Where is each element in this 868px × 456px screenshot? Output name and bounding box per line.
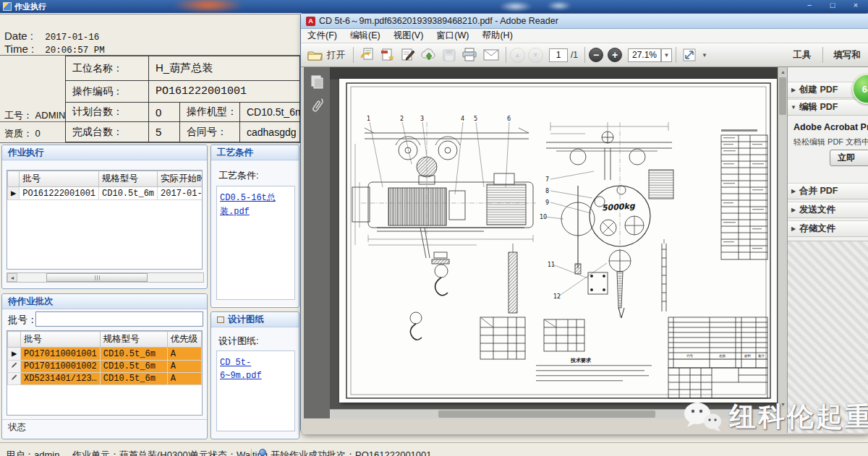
machine-value: CD10.5t_6m: [239, 102, 300, 122]
cell-batch[interactable]: PO161222001001: [20, 187, 99, 200]
status-unit-state: 单元状态：Waiting: [190, 449, 268, 456]
promo-title: Adobe Acrobat Pro: [793, 122, 868, 132]
process-label: 工艺条件:: [218, 169, 259, 182]
zoom-dropdown-icon[interactable]: ▼: [661, 48, 672, 62]
reader-nav-strip: [304, 67, 330, 422]
menu-file[interactable]: 文件(F): [301, 30, 344, 42]
tools-button[interactable]: 工具: [786, 49, 819, 61]
chevron-right-icon: ▶: [788, 87, 799, 93]
page-thumbnails-icon[interactable]: [310, 74, 324, 89]
status-unit: 作业单元：葫芦总装(H0300): [72, 449, 191, 456]
close-icon[interactable]: ×: [849, 1, 862, 9]
next-page-icon: ▼: [528, 48, 543, 63]
rated-load-text: 5000kg: [601, 201, 636, 212]
fill-sign-button[interactable]: 填写和: [827, 49, 868, 61]
reader-title: CD 5t-6～9m.pdf636201939389468210.pdf - A…: [319, 15, 558, 27]
cell-model[interactable]: CD10.5t_6m: [99, 187, 158, 200]
send-files-section[interactable]: ▶ 发送文件: [788, 202, 868, 218]
create-pdf-icon[interactable]: [378, 46, 398, 64]
job-exec-panel-title: 作业执行: [2, 145, 207, 160]
attachments-paperclip-icon[interactable]: [305, 94, 328, 118]
cell-priority[interactable]: A: [167, 373, 201, 385]
pdf-page[interactable]: 1 2 3 4 5 6 7 8 9 10 11 12: [339, 79, 777, 403]
acrobat-promo: Adobe Acrobat Pro 轻松编辑 PDF 文档中的 立即: [788, 115, 868, 183]
doc-vertical-scrollbar[interactable]: ▲ ▼: [778, 67, 787, 409]
cell-model[interactable]: CD10.5t_6m: [100, 348, 167, 361]
drawing-pdf-link[interactable]: CD 5t-6~9m.pdf: [220, 358, 262, 381]
svg-text:10: 10: [540, 214, 547, 220]
process-pdf-link[interactable]: CD0.5-16t总装.pdf: [220, 193, 276, 217]
cell-batch[interactable]: PO170110001001: [21, 348, 101, 361]
menu-edit[interactable]: 编辑(E): [344, 30, 387, 42]
contract-value: cadhasgdg: [239, 121, 300, 142]
zoom-level-value[interactable]: 27.1%: [628, 48, 661, 62]
try-now-button[interactable]: 立即: [830, 150, 868, 166]
brand-watermark: 纽科伦起重: [681, 399, 868, 435]
previous-page-icon: ▲: [510, 48, 525, 63]
brand-name: 纽科伦起重: [729, 399, 868, 435]
chevron-right-icon: ▶: [788, 188, 799, 194]
minimize-icon[interactable]: −: [803, 1, 816, 9]
combine-pdf-section[interactable]: ▶ 合并 PDF: [788, 183, 868, 199]
col-model[interactable]: 规格型号: [100, 332, 167, 348]
scroll-thumb[interactable]: [46, 273, 148, 282]
qualification: 资质： 0: [4, 127, 41, 140]
open-button[interactable]: 打开: [326, 49, 349, 61]
sign-pen-icon[interactable]: [398, 46, 418, 64]
cell-model[interactable]: CD10.5t_6m: [100, 373, 167, 385]
col-batch[interactable]: 批号: [20, 171, 99, 187]
col-batch[interactable]: 批号: [21, 332, 101, 348]
page-number-input[interactable]: 1: [549, 48, 568, 62]
col-model[interactable]: 规格型号: [99, 171, 158, 187]
job-exec-hscrollbar[interactable]: ◄: [7, 272, 204, 283]
export-pdf-icon[interactable]: [357, 46, 378, 64]
reader-toolbar: 打开 ▲ ▼: [301, 43, 868, 67]
print-icon[interactable]: [459, 46, 480, 64]
status-info-icon: [259, 449, 266, 456]
cell-priority[interactable]: A: [167, 361, 201, 373]
date-label: Date :: [4, 30, 42, 42]
menu-view[interactable]: 视图(V): [387, 30, 430, 42]
table-row[interactable]: ▶ PO170110001001 CD10.5t_6m A: [8, 348, 202, 361]
cell-batch[interactable]: PO170110001002: [21, 361, 101, 373]
store-files-section[interactable]: ▶ 存储文件: [788, 220, 868, 237]
row-edit-pencil-icon: [8, 373, 21, 385]
document-area[interactable]: 1 2 3 4 5 6 7 8 9 10 11 12: [330, 67, 778, 409]
pending-table[interactable]: 批号 规格型号 优先级 ▶ PO170110001001 CD10.5t_6m …: [7, 331, 202, 385]
table-row[interactable]: ▶ PO161222001001 CD10.5t_6m 2017-01-16 2…: [8, 187, 203, 200]
open-folder-icon[interactable]: [305, 46, 326, 64]
cell-batch[interactable]: XD5231401/123…: [21, 373, 101, 385]
job-exec-table[interactable]: 批号 规格型号 实际开始时间 ▶ PO161222001001 CD10.5t_…: [7, 171, 203, 200]
zoom-in-icon[interactable]: +: [608, 48, 622, 62]
job-exec-panel: 作业执行 批号 规格型号 实际开始时间 ▶ PO161222001001 CD1…: [1, 145, 208, 289]
fit-window-icon[interactable]: [680, 46, 699, 64]
col-priority[interactable]: 优先级: [167, 332, 201, 348]
table-row[interactable]: XD5231401/123… CD10.5t_6m A: [8, 373, 202, 385]
cell-priority[interactable]: A: [167, 348, 201, 361]
batch-filter-input[interactable]: [35, 311, 203, 327]
edit-pdf-section[interactable]: ▼ 编辑 PDF: [788, 99, 868, 116]
zoom-out-icon[interactable]: −: [589, 48, 603, 62]
process-panel-title: 工艺条件: [211, 145, 299, 160]
station-value: H_葫芦总装: [148, 56, 300, 81]
scroll-thumb[interactable]: [779, 77, 786, 115]
cell-start[interactable]: 2017-01-16 20: [158, 187, 203, 200]
time-value: 20:06:57 PM: [45, 46, 105, 56]
cloud-upload-icon[interactable]: [418, 46, 440, 64]
scroll-thumb[interactable]: [438, 410, 655, 418]
menu-window[interactable]: 窗口(W): [430, 30, 475, 42]
toolbar-overflow-icon[interactable]: ▼: [702, 52, 707, 59]
save-icon: [440, 46, 459, 64]
reader-titlebar[interactable]: A CD 5t-6～9m.pdf636201939389468210.pdf -…: [301, 14, 868, 29]
scroll-left-icon[interactable]: ◄: [7, 273, 17, 282]
table-row[interactable]: PO170110001002 CD10.5t_6m A: [8, 361, 202, 373]
cell-model[interactable]: CD10.5t_6m: [100, 361, 167, 373]
maximize-icon[interactable]: □: [826, 1, 839, 9]
hoist-technical-drawing: 1 2 3 4 5 6 7 8 9 10 11 12: [339, 79, 777, 403]
email-icon[interactable]: [480, 46, 502, 64]
opcode-label: 操作编码：: [65, 80, 149, 103]
col-start-time[interactable]: 实际开始时间: [158, 171, 203, 187]
done-value: 5: [148, 121, 180, 142]
done-label: 完成台数：: [65, 121, 149, 142]
menu-help[interactable]: 帮助(H): [475, 30, 519, 42]
